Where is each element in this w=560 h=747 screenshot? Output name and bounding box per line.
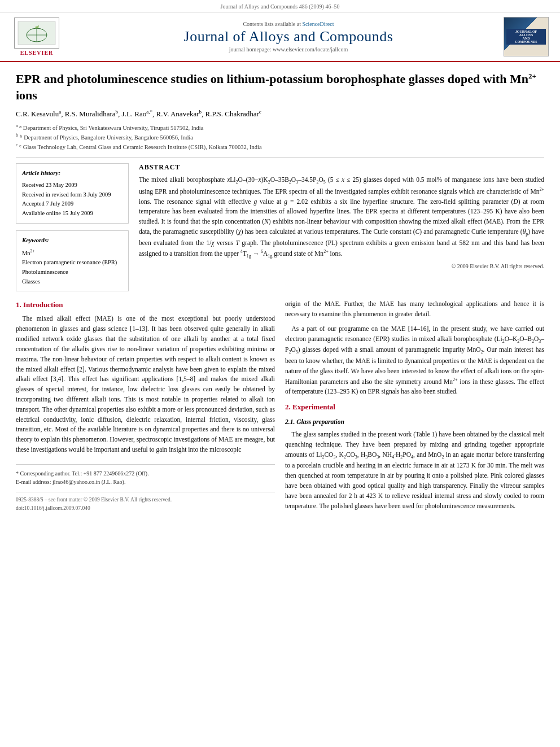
elsevier-text: ELSEVIER	[20, 50, 54, 56]
body-content: 1. Introduction The mixed alkali effect …	[16, 299, 544, 516]
elsevier-logo: 🌿 ELSEVIER	[11, 18, 62, 56]
top-banner: 🌿 ELSEVIER Contents lists available at S…	[0, 12, 560, 62]
abstract-text: The mixed alkali borophosphate xLi2O–(30…	[139, 175, 544, 260]
elsevier-logo-box: 🌿	[14, 18, 59, 49]
keywords-box: Keywords: Mn2+ Electron paramagnetic res…	[16, 230, 129, 291]
authors: C.R. Kesavulua, R.S. Muralidharab, J.L. …	[16, 109, 544, 119]
footer-doi: doi:10.1016/j.jallcom.2009.07.040	[16, 504, 275, 513]
two-col-body: 1. Introduction The mixed alkali effect …	[16, 299, 544, 516]
journal-homepage: journal homepage: www.elsevier.com/locat…	[73, 46, 504, 53]
online-date: Available online 15 July 2009	[22, 209, 123, 219]
footnote-area: * Corresponding author. Tel.: +91 877 22…	[16, 464, 275, 486]
section-2-heading: 2. Experimental	[285, 401, 544, 413]
abstract-title: ABSTRACT	[139, 163, 544, 172]
journal-logo-right: JOURNAL OFALLOYSANDCOMPOUNDS	[504, 17, 549, 56]
journal-footer: 0925-8388/$ – see front matter © 2009 El…	[16, 492, 275, 512]
col-left: Article history: Received 23 May 2009 Re…	[16, 163, 129, 291]
section-divider	[16, 157, 544, 158]
section-1-heading: 1. Introduction	[16, 299, 275, 311]
footer-issn: 0925-8388/$ – see front matter © 2009 El…	[16, 496, 275, 504]
journal-citation: Journal of Alloys and Compounds 486 (200…	[56, 3, 504, 10]
intro-para-3: As a part of our programme on the MAE [1…	[285, 324, 544, 397]
info-abstract-row: Article history: Received 23 May 2009 Re…	[16, 163, 544, 291]
copyright-line: © 2009 Elsevier B.V. All rights reserved…	[139, 263, 544, 269]
intro-para-1: The mixed alkali effect (MAE) is one of …	[16, 314, 275, 455]
keyword-mn: Mn2+	[22, 248, 123, 258]
body-col-right: origin of the MAE. Further, the MAE has …	[285, 299, 544, 516]
article-title: EPR and photoluminescence studies on lit…	[16, 71, 544, 103]
footnote-email: E-mail address: jlrao46@yahoo.co.in (J.L…	[16, 478, 275, 486]
journal-title-banner: Journal of Alloys and Compounds	[73, 28, 504, 45]
col-right: ABSTRACT The mixed alkali borophosphate …	[139, 163, 544, 291]
journal-header: Journal of Alloys and Compounds 486 (200…	[0, 0, 560, 12]
page-container: Journal of Alloys and Compounds 486 (200…	[0, 0, 560, 527]
subsection-2-1-heading: 2.1. Glass preparation	[285, 417, 544, 427]
article-info-box: Article history: Received 23 May 2009 Re…	[16, 163, 129, 224]
accepted-date: Accepted 7 July 2009	[22, 199, 123, 209]
received-date: Received 23 May 2009	[22, 181, 123, 190]
body-col-left: 1. Introduction The mixed alkali effect …	[16, 299, 275, 516]
sciencedirect-link[interactable]: ScienceDirect	[302, 21, 334, 27]
keywords-title: Keywords:	[22, 235, 123, 246]
footnote-corresponding: * Corresponding author. Tel.: +91 877 22…	[16, 469, 275, 478]
sciencedirect-line: Contents lists available at ScienceDirec…	[73, 21, 504, 27]
keyword-glasses: Glasses	[22, 277, 123, 287]
affiliations: a ᵃ Department of Physics, Sri Venkatesw…	[16, 123, 544, 152]
keyword-epr: Electron paramagnetic resonance (EPR)	[22, 258, 123, 268]
banner-center: Contents lists available at ScienceDirec…	[73, 21, 504, 53]
revised-date: Received in revised form 3 July 2009	[22, 190, 123, 200]
keyword-pl: Photoluminescence	[22, 268, 123, 277]
experimental-para: The glass samples studied in the present…	[285, 430, 544, 511]
main-content: EPR and photoluminescence studies on lit…	[0, 62, 560, 527]
intro-para-2: origin of the MAE. Further, the MAE has …	[285, 299, 544, 320]
article-history-title: Article history:	[22, 168, 123, 178]
